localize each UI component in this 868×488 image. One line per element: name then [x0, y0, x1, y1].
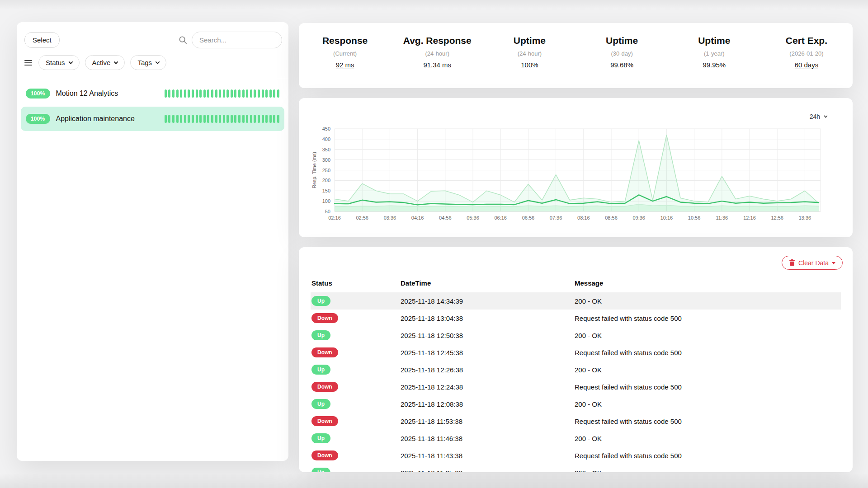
heartbeat-bar: [165, 89, 279, 98]
table-row[interactable]: Up2025-11-18 12:50:38200 - OK: [311, 327, 841, 344]
svg-text:06:56: 06:56: [522, 215, 535, 221]
table-row[interactable]: Down2025-11-18 13:04:38Request failed wi…: [311, 310, 841, 327]
stat-avg-response: Avg. Response(24-hour)91.34 ms: [391, 35, 483, 69]
heartbeat-tick: [242, 115, 245, 123]
heartbeat-tick: [215, 115, 217, 123]
datetime-cell: 2025-11-18 12:26:38: [400, 361, 574, 378]
message-cell: Request failed with status code 500: [574, 310, 841, 327]
svg-text:08:16: 08:16: [577, 215, 590, 221]
monitor-name: Motion 12 Analytics: [56, 89, 118, 98]
stat-title: Uptime: [514, 35, 546, 46]
heartbeat-tick: [231, 89, 233, 98]
table-row[interactable]: Up2025-11-18 12:08:38200 - OK: [311, 395, 841, 413]
message-cell: 200 - OK: [574, 395, 841, 413]
heartbeat-tick: [180, 115, 182, 123]
column-header-datetime: DateTime: [400, 276, 574, 292]
heartbeat-tick: [223, 115, 225, 123]
stat-value[interactable]: 92 ms: [336, 61, 354, 69]
heartbeat-tick: [211, 115, 213, 123]
search-icon: [179, 36, 187, 44]
heartbeat-tick: [188, 89, 190, 98]
heartbeat-tick: [207, 89, 209, 98]
heartbeat-tick: [172, 89, 175, 98]
trash-icon: [789, 259, 795, 266]
svg-text:02:56: 02:56: [356, 215, 368, 221]
status-cell: Up: [311, 395, 400, 413]
select-button[interactable]: Select: [24, 32, 60, 48]
search-input[interactable]: [192, 32, 282, 48]
heartbeat-tick: [234, 89, 236, 98]
datetime-cell: 2025-11-18 12:50:38: [400, 327, 574, 344]
heartbeat-tick: [184, 115, 186, 123]
heartbeat-tick: [231, 115, 233, 123]
table-row[interactable]: Down2025-11-18 11:53:38Request failed wi…: [311, 413, 841, 430]
status-cell: Down: [311, 413, 400, 430]
heartbeat-tick: [199, 115, 202, 123]
uptime-badge: 100%: [26, 114, 50, 124]
stat-subtitle: (1-year): [704, 50, 725, 57]
status-cell: Up: [311, 361, 400, 378]
filter-pill-active[interactable]: Active: [85, 55, 125, 70]
heartbeat-tick: [258, 115, 260, 123]
heartbeat-tick: [269, 115, 272, 123]
filter-pill-label: Active: [92, 59, 111, 66]
status-badge: Down: [311, 347, 338, 357]
heartbeat-tick: [234, 115, 236, 123]
message-cell: 200 - OK: [574, 430, 841, 447]
monitor-row[interactable]: 100%Application maintenance: [21, 107, 284, 131]
chart-card: 24h 02:1602:5603:3604:1604:5605:3606:160…: [299, 98, 853, 237]
stat-subtitle: (30-day): [611, 50, 632, 57]
svg-text:07:36: 07:36: [550, 215, 562, 221]
heartbeat-tick: [192, 89, 194, 98]
svg-text:12:16: 12:16: [743, 215, 756, 221]
list-view-icon[interactable]: [24, 60, 32, 66]
table-row[interactable]: Up2025-11-18 12:26:38200 - OK: [311, 361, 841, 378]
table-row[interactable]: Down2025-11-18 12:45:38Request failed wi…: [311, 344, 841, 361]
response-time-chart: 02:1602:5603:3604:1604:5605:3606:1606:56…: [310, 119, 843, 232]
stat-uptime: Uptime(24-hour)100%: [483, 35, 576, 69]
filter-pill-status[interactable]: Status: [38, 55, 80, 70]
svg-text:400: 400: [322, 136, 330, 142]
heartbeat-tick: [254, 89, 256, 98]
status-badge: Up: [311, 330, 330, 340]
heartbeat-tick: [273, 89, 275, 98]
svg-text:200: 200: [322, 178, 330, 183]
table-row[interactable]: Down2025-11-18 12:24:38Request failed wi…: [311, 378, 841, 395]
stat-subtitle: (Current): [333, 50, 357, 57]
clear-data-button[interactable]: Clear Data: [782, 256, 843, 270]
heartbeat-tick: [168, 115, 170, 123]
table-row[interactable]: Up2025-11-18 11:46:38200 - OK: [311, 430, 841, 447]
svg-text:300: 300: [322, 157, 330, 163]
table-row[interactable]: Up2025-11-18 14:34:39200 - OK: [311, 292, 841, 310]
heartbeat-tick: [180, 89, 182, 98]
heartbeat-tick: [262, 89, 264, 98]
filter-pill-tags[interactable]: Tags: [130, 55, 166, 70]
stat-title: Avg. Response: [403, 35, 472, 46]
stat-value: 99.95%: [703, 61, 726, 69]
datetime-cell: 2025-11-18 11:35:38: [400, 464, 574, 472]
svg-text:09:36: 09:36: [632, 215, 645, 221]
heartbeat-tick: [265, 89, 268, 98]
message-cell: Request failed with status code 500: [574, 344, 841, 361]
svg-text:11:36: 11:36: [716, 215, 728, 221]
status-cell: Down: [311, 344, 400, 361]
table-row[interactable]: Up2025-11-18 11:35:38200 - OK: [311, 464, 841, 472]
svg-text:12:56: 12:56: [771, 215, 783, 221]
svg-text:04:56: 04:56: [439, 215, 452, 221]
status-badge: Up: [311, 433, 330, 443]
monitor-row[interactable]: 100%Motion 12 Analytics: [21, 81, 284, 106]
table-row[interactable]: Down2025-11-18 11:43:38Request failed wi…: [311, 447, 841, 464]
stat-value[interactable]: 60 days: [795, 61, 819, 69]
heartbeat-tick: [215, 89, 217, 98]
heartbeat-tick: [269, 89, 272, 98]
stat-title: Response: [322, 35, 368, 46]
stat-response: Response(Current)92 ms: [299, 35, 391, 69]
status-badge: Up: [311, 399, 330, 409]
stat-uptime: Uptime(1-year)99.95%: [668, 35, 760, 69]
heartbeat-tick: [184, 89, 186, 98]
status-badge: Down: [311, 416, 338, 426]
stat-cert-exp-: Cert Exp.(2026-01-20)60 days: [760, 35, 853, 69]
message-cell: 200 - OK: [574, 361, 841, 378]
stat-title: Cert Exp.: [786, 35, 827, 46]
message-cell: Request failed with status code 500: [574, 447, 841, 464]
